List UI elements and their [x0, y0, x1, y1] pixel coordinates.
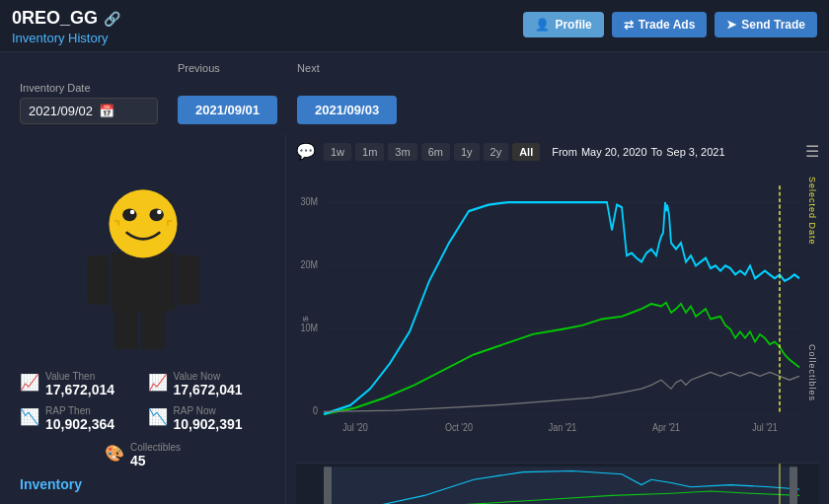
rap-now-label: RAP Now	[174, 405, 243, 416]
svg-text:Oct '20: Oct '20	[445, 421, 473, 433]
time-btn-1m[interactable]: 1m	[355, 143, 384, 161]
page-title: Inventory History	[12, 31, 120, 45]
value-then-label: Value Then	[45, 371, 114, 382]
date-bar: Inventory Date 2021/09/02 📅 Previous 202…	[0, 52, 829, 134]
svg-rect-4	[141, 309, 165, 349]
inventory-date-value: 2021/09/02	[29, 104, 93, 118]
chart-menu-icon[interactable]: ☰	[805, 142, 819, 161]
value-then-stat: 📈 Value Then 17,672,014	[20, 371, 138, 397]
avatar-container	[35, 144, 252, 361]
previous-date-group: Previous 2021/09/01	[178, 62, 277, 124]
send-trade-button[interactable]: ➤ Send Trade	[715, 12, 817, 37]
rap-then-label: RAP Then	[45, 405, 114, 416]
svg-text:10M: 10M	[301, 322, 318, 333]
from-date: May 20, 2020	[581, 146, 647, 158]
right-panel: 💬 1w 1m 3m 6m 1y 2y All From May 20, 202…	[286, 134, 829, 504]
svg-text:30M: 30M	[301, 195, 318, 207]
svg-rect-3	[113, 309, 137, 349]
username-text: 0REO_GG	[12, 8, 98, 29]
trade-ads-button[interactable]: ⇄ Trade Ads	[612, 12, 708, 37]
stats-grid: 📈 Value Then 17,672,014 📈 Value Now 17,6…	[0, 361, 285, 442]
value-now-icon: 📈	[148, 373, 168, 392]
selected-date-label: Selected Date	[807, 177, 817, 246]
inventory-section-label: Inventory	[0, 468, 285, 492]
comment-icon: 💬	[296, 142, 316, 161]
mini-chart: Jul '20 Jan '21 Jul '21	[296, 463, 819, 504]
time-btn-3m[interactable]: 3m	[388, 143, 416, 161]
previous-date-button[interactable]: 2021/09/01	[178, 96, 277, 124]
value-now-value: 17,672,041	[174, 382, 243, 397]
svg-text:0: 0	[313, 404, 318, 416]
collectibles-icon: 🎨	[105, 444, 124, 463]
inventory-date-input[interactable]: 2021/09/02 📅	[20, 98, 158, 124]
next-date-button[interactable]: 2021/09/03	[297, 96, 397, 124]
svg-point-7	[122, 208, 137, 221]
collectibles-stat: 🎨 Collectibles 45	[85, 442, 200, 468]
rap-then-icon: 📉	[20, 407, 39, 426]
time-btn-all[interactable]: All	[512, 143, 540, 161]
svg-rect-2	[177, 255, 198, 305]
trade-icon: ⇄	[624, 18, 634, 32]
next-label: Next	[297, 62, 397, 74]
inventory-date-group: Inventory Date 2021/09/02 📅	[20, 82, 158, 124]
rap-then-stat: 📉 RAP Then 10,902,364	[20, 405, 138, 432]
rap-now-value: 10,902,391	[174, 416, 243, 432]
profile-button[interactable]: 👤 Profile	[523, 12, 603, 37]
profile-icon: 👤	[535, 18, 550, 32]
next-date-group: Next 2021/09/03	[297, 62, 397, 124]
rap-now-icon: 📉	[148, 407, 168, 426]
collectibles-axis-label: Collectibles	[807, 344, 817, 401]
value-then-value: 17,672,014	[45, 382, 114, 397]
main-chart: 30M 20M 10M 0 Jul '20 Oct '20 Jan '21 Ap…	[296, 167, 819, 459]
username-row: 0REO_GG 🔗	[12, 8, 120, 29]
time-btn-6m[interactable]: 6m	[421, 143, 450, 161]
time-btn-1y[interactable]: 1y	[454, 143, 480, 161]
avatar-image	[54, 154, 232, 351]
rap-then-value: 10,902,364	[45, 416, 114, 432]
inventory-date-label: Inventory Date	[20, 82, 158, 94]
to-label: To	[651, 146, 663, 158]
svg-rect-32	[324, 467, 797, 504]
svg-rect-0	[112, 252, 175, 311]
header-left: 0REO_GG 🔗 Inventory History	[12, 8, 120, 45]
svg-point-9	[129, 210, 134, 215]
svg-point-8	[149, 208, 164, 221]
previous-label: Previous	[178, 62, 277, 74]
svg-text:Jul '21: Jul '21	[752, 421, 778, 433]
time-btn-2y[interactable]: 2y	[484, 143, 509, 161]
value-then-icon: 📈	[20, 373, 39, 392]
calendar-icon[interactable]: 📅	[99, 104, 114, 118]
to-date: Sep 3, 2021	[666, 146, 724, 158]
main-content: 📈 Value Then 17,672,014 📈 Value Now 17,6…	[0, 134, 829, 504]
value-now-stat: 📈 Value Now 17,672,041	[148, 371, 266, 397]
svg-text:Apr '21: Apr '21	[652, 421, 680, 433]
chart-svg: 30M 20M 10M 0 Jul '20 Oct '20 Jan '21 Ap…	[296, 167, 819, 459]
left-panel: 📈 Value Then 17,672,014 📈 Value Now 17,6…	[0, 134, 286, 504]
header: 0REO_GG 🔗 Inventory History 👤 Profile ⇄ …	[0, 0, 829, 52]
svg-text:Jan '21: Jan '21	[549, 421, 577, 433]
from-label: From	[552, 146, 577, 158]
date-range: From May 20, 2020 To Sep 3, 2021	[552, 146, 724, 158]
svg-text:$: $	[301, 317, 310, 323]
chart-controls: 💬 1w 1m 3m 6m 1y 2y All From May 20, 202…	[296, 142, 819, 161]
svg-point-10	[157, 210, 162, 215]
collectibles-value: 45	[130, 453, 181, 468]
header-buttons: 👤 Profile ⇄ Trade Ads ➤ Send Trade	[523, 12, 817, 37]
collectibles-label: Collectibles	[130, 442, 181, 453]
rap-now-stat: 📉 RAP Now 10,902,391	[148, 405, 266, 432]
svg-rect-1	[87, 255, 109, 305]
time-btn-1w[interactable]: 1w	[324, 143, 351, 161]
send-icon: ➤	[726, 18, 736, 32]
svg-text:Jul '20: Jul '20	[342, 421, 368, 433]
link-icon[interactable]: 🔗	[104, 11, 120, 27]
value-now-label: Value Now	[174, 371, 243, 382]
svg-text:20M: 20M	[301, 258, 318, 270]
